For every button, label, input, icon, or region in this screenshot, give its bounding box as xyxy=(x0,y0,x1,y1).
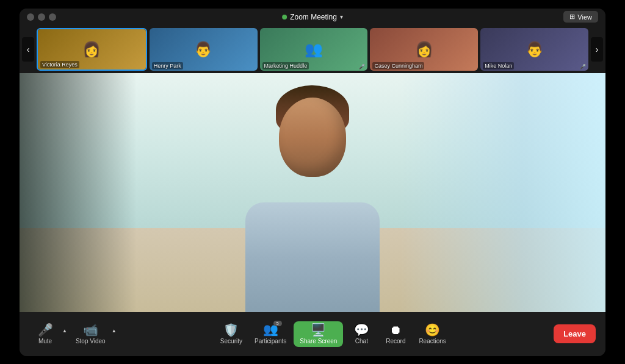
meeting-title: Zoom Meeting xyxy=(290,13,337,21)
minimize-button[interactable] xyxy=(38,13,45,21)
participant-name-1: Victoria Reyes xyxy=(40,61,79,68)
record-button[interactable]: ⏺ Record xyxy=(380,321,411,347)
reactions-button[interactable]: 😊 Reactions xyxy=(414,321,450,347)
main-speaker-figure xyxy=(209,73,416,312)
stop-video-button[interactable]: 📹 Stop Video xyxy=(71,321,110,347)
chat-icon: 💬 xyxy=(354,324,369,336)
participant-name-4: Casey Cunningham xyxy=(372,62,424,70)
participant-thumb-5[interactable]: 👨 Mike Nolan 🎤 xyxy=(480,28,588,71)
view-icon: ⊞ xyxy=(569,13,575,21)
microphone-icon: 🎤 xyxy=(38,324,53,336)
title-center: Zoom Meeting ▾ xyxy=(282,13,343,21)
main-video xyxy=(20,73,605,312)
leave-button[interactable]: Leave xyxy=(554,324,596,343)
close-button[interactable] xyxy=(27,13,34,21)
chevron-down-icon[interactable]: ▾ xyxy=(340,13,343,20)
maximize-button[interactable] xyxy=(49,13,56,21)
participant-thumb-4[interactable]: 👩 Casey Cunningham xyxy=(370,28,478,71)
share-screen-button[interactable]: 🖥️ Share Screen xyxy=(294,321,343,347)
mute-button[interactable]: 🎤 Mute xyxy=(29,321,61,347)
participant-thumb-1[interactable]: 👩 Victoria Reyes xyxy=(37,28,147,71)
share-screen-icon: 🖥️ xyxy=(311,324,326,336)
record-icon: ⏺ xyxy=(389,324,402,336)
participants-badge: 👥 5 xyxy=(263,323,278,336)
mute-arrow-button[interactable]: ▲ xyxy=(61,328,68,334)
security-icon: 🛡️ xyxy=(223,324,239,336)
person-body xyxy=(245,202,380,312)
video-arrow-button[interactable]: ▲ xyxy=(110,328,118,334)
view-button[interactable]: ⊞ View xyxy=(563,11,598,23)
window-controls xyxy=(27,13,56,21)
mute-control: 🎤 Mute ▲ xyxy=(29,321,68,347)
mic-icon-3: 🎤 xyxy=(359,64,365,70)
participant-name-2: Henry Park xyxy=(152,62,183,70)
participants-strip: ‹ 👩 Victoria Reyes 👨 Henry Park 👥 Market… xyxy=(20,26,605,73)
participant-thumb-2[interactable]: 👨 Henry Park xyxy=(150,28,258,71)
video-control: 📹 Stop Video ▲ xyxy=(71,321,118,347)
app-window: Zoom Meeting ▾ ⊞ View ‹ 👩 Victoria Reyes… xyxy=(20,9,605,356)
person-head xyxy=(279,98,346,177)
mic-icon-5: 🎤 xyxy=(580,64,586,70)
participants-button[interactable]: 👥 5 Participants xyxy=(250,321,291,347)
security-button[interactable]: 🛡️ Security xyxy=(215,321,247,347)
chat-button[interactable]: 💬 Chat xyxy=(345,321,377,347)
window-light xyxy=(400,73,605,312)
meeting-status-dot xyxy=(282,15,287,20)
left-shadow xyxy=(20,73,137,312)
strip-nav-left-button[interactable]: ‹ xyxy=(22,37,34,62)
participant-thumb-3[interactable]: 👥 Marketing Huddle 🎤 xyxy=(260,28,368,71)
main-video-bg xyxy=(20,73,605,312)
camera-icon: 📹 xyxy=(83,324,98,336)
reactions-icon: 😊 xyxy=(425,324,440,336)
title-bar: Zoom Meeting ▾ ⊞ View xyxy=(20,9,605,26)
participant-name-3: Marketing Huddle xyxy=(262,62,309,70)
toolbar: 🎤 Mute ▲ 📹 Stop Video ▲ 🛡️ Security 👥 5 xyxy=(20,312,605,356)
strip-nav-right-button[interactable]: › xyxy=(591,37,603,62)
participant-name-5: Mike Nolan xyxy=(483,62,514,70)
